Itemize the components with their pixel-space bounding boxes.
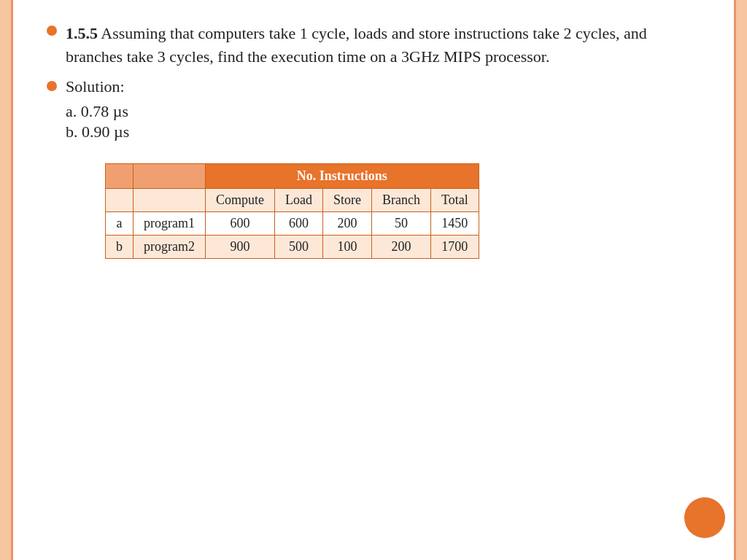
table-h2-compute: Compute (205, 188, 274, 211)
table-h1-instructions: No. Instructions (205, 163, 479, 188)
question-text: 1.5.5 Assuming that computers take 1 cyc… (66, 22, 700, 69)
left-border (0, 0, 13, 560)
table-h2-load: Load (274, 188, 322, 211)
table-row-a-branch: 50 (371, 211, 430, 235)
table-h1-empty2 (133, 163, 206, 188)
table-row-b-compute: 900 (205, 235, 274, 258)
question-item: 1.5.5 Assuming that computers take 1 cyc… (47, 22, 700, 69)
data-table-container: No. Instructions Compute Load Store Bran… (105, 163, 671, 259)
table-row-b-id: b (106, 235, 133, 258)
table-h2-branch: Branch (371, 188, 430, 211)
answer-b: b. 0.90 µs (66, 122, 700, 141)
right-border (734, 0, 747, 560)
table-h2-empty2 (133, 188, 206, 211)
instructions-table: No. Instructions Compute Load Store Bran… (105, 163, 479, 259)
table-h2-total: Total (430, 188, 479, 211)
table-row-a-total: 1450 (430, 211, 479, 235)
table-h2-empty1 (106, 188, 133, 211)
table-row-a-id: a (106, 211, 133, 235)
table-row-b-load: 500 (274, 235, 322, 258)
table-row-b: b program2 900 500 100 200 1700 (106, 235, 479, 258)
table-header-row-2: Compute Load Store Branch Total (106, 188, 479, 211)
table-header-row-1: No. Instructions (106, 163, 479, 188)
table-row-a: a program1 600 600 200 50 1450 (106, 211, 479, 235)
solution-label: Solution: (66, 77, 125, 96)
table-row-a-load: 600 (274, 211, 322, 235)
table-h1-empty1 (106, 163, 133, 188)
answer-a: a. 0.78 µs (66, 102, 700, 121)
solution-item: Solution: (47, 77, 700, 96)
question-body: Assuming that computers take 1 cycle, lo… (66, 24, 647, 66)
table-row-b-branch: 200 (371, 235, 430, 258)
table-row-a-store: 200 (322, 211, 371, 235)
bullet-icon (47, 26, 57, 36)
table-row-b-program: program2 (133, 235, 206, 258)
table-row-a-compute: 600 (205, 211, 274, 235)
table-row-a-program: program1 (133, 211, 206, 235)
table-h2-store: Store (322, 188, 371, 211)
decorative-circle (684, 497, 725, 538)
question-number: 1.5.5 (66, 24, 98, 42)
solution-bullet-icon (47, 81, 57, 91)
table-row-b-total: 1700 (430, 235, 479, 258)
main-content: 1.5.5 Assuming that computers take 1 cyc… (18, 0, 729, 281)
table-row-b-store: 100 (322, 235, 371, 258)
